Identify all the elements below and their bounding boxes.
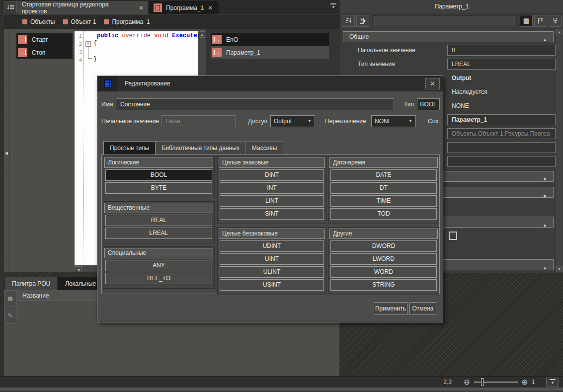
- dialog-close-button[interactable]: ✕: [425, 78, 440, 89]
- properties-filter-input[interactable]: [372, 15, 517, 26]
- type-button-dword[interactable]: DWORD: [330, 240, 437, 252]
- zoom-slider-handle[interactable]: [481, 378, 483, 386]
- close-icon[interactable]: ✕: [208, 4, 213, 11]
- scroll-down-button[interactable]: ▼: [556, 266, 563, 272]
- type-button-ulint[interactable]: ULINT: [220, 266, 324, 278]
- initial-value-label: Начальное значение: [101, 118, 159, 125]
- add-variable-button[interactable]: ⊕: [4, 290, 16, 307]
- cancel-button[interactable]: Отмена: [409, 302, 436, 315]
- prop-value-initial-value[interactable]: 0: [447, 45, 556, 56]
- name-input[interactable]: [116, 98, 394, 110]
- tab-simple-types[interactable]: Простые типы: [103, 141, 156, 155]
- dialog-title: Редактирование: [125, 80, 170, 87]
- category-view-button[interactable]: ▤: [520, 15, 533, 27]
- breadcrumb-item-object1[interactable]: Объект 1: [63, 18, 96, 25]
- pou-item-start[interactable]: → Старт: [16, 33, 73, 46]
- prop-label-initial-value: Начальное значение: [358, 47, 415, 54]
- chevron-down-icon[interactable]: ▼: [543, 174, 547, 184]
- statusbar-pin-button[interactable]: ▼: [546, 378, 559, 387]
- prop-value-value-type[interactable]: LREAL: [447, 59, 556, 70]
- chevron-down-icon: ▼: [308, 116, 312, 127]
- prop-value-name[interactable]: Параметр_1: [447, 114, 556, 125]
- type-column-1: Логические BOOL BYTE Вещественные REAL L…: [103, 156, 215, 289]
- zoom-slider[interactable]: [474, 382, 518, 383]
- group-header: Вещественные: [104, 203, 213, 213]
- group-header: Дата-время: [329, 157, 438, 168]
- chevron-up-icon[interactable]: ▲: [543, 263, 547, 273]
- prop-value-access[interactable]: Output: [452, 75, 471, 81]
- type-button-real[interactable]: REAL: [105, 215, 212, 226]
- type-button-lreal[interactable]: LREAL: [105, 228, 212, 239]
- close-icon[interactable]: ✕: [139, 4, 144, 11]
- pou-item-stop[interactable]: → Стоп: [16, 46, 73, 59]
- type-button-any[interactable]: ANY: [105, 260, 212, 271]
- list-view-icon: ▤: [523, 17, 529, 24]
- key-properties-button[interactable]: [549, 15, 562, 27]
- tab-pou-palette[interactable]: Палитра POU: [5, 277, 57, 290]
- chevron-up-icon[interactable]: ▲: [543, 35, 547, 45]
- tab-list-button[interactable]: [4, 1, 17, 13]
- type-button-udint[interactable]: UDINT: [220, 240, 324, 252]
- type-button-word[interactable]: WORD: [330, 266, 437, 278]
- type-button-lword[interactable]: LWORD: [330, 253, 437, 265]
- dialog-title-bar[interactable]: Редактирование ✕: [97, 76, 443, 91]
- group-logical: Логические BOOL BYTE: [103, 156, 215, 198]
- chevron-up-icon[interactable]: ▲: [543, 220, 547, 230]
- type-button-date[interactable]: DATE: [330, 169, 437, 181]
- type-button-int[interactable]: INT: [220, 182, 324, 194]
- chevron-up-icon[interactable]: ▲: [543, 190, 547, 200]
- parameter-item-eno[interactable]: → EnO: [211, 33, 329, 46]
- collapse-panel-handle[interactable]: ◀: [4, 151, 8, 156]
- grid-table-icon: [104, 79, 112, 87]
- group-header: Другие: [329, 229, 438, 239]
- chevron-down-icon: ▼: [408, 116, 412, 127]
- type-button-bool[interactable]: BOOL: [105, 169, 212, 181]
- type-button-time[interactable]: TIME: [330, 195, 437, 207]
- code-line-1[interactable]: public override void Execute(): [97, 32, 204, 39]
- prop-value-path[interactable]: Объекты.Объект 1.Ресурсы.Програ: [447, 128, 556, 139]
- type-button-dt[interactable]: DT: [330, 182, 437, 194]
- switch-dropdown[interactable]: NONE ▼: [371, 115, 416, 127]
- type-button-sint[interactable]: SINT: [220, 208, 324, 220]
- flag-properties-button[interactable]: [534, 15, 547, 27]
- type-button-dint[interactable]: DINT: [220, 169, 324, 181]
- type-button-string[interactable]: STRING: [330, 279, 437, 291]
- prop-value-inherited[interactable]: Наследуется: [452, 88, 487, 95]
- prop-value-empty-1[interactable]: [447, 142, 556, 153]
- tab-program-1[interactable]: Программа_1 ✕: [149, 1, 219, 14]
- type-button-tod[interactable]: TOD: [330, 208, 437, 220]
- code-line-4[interactable]: }: [93, 56, 97, 63]
- fold-marker[interactable]: −: [85, 41, 91, 47]
- breadcrumb-item-program1[interactable]: Программа_1: [104, 18, 150, 25]
- type-button-byte[interactable]: BYTE: [105, 182, 212, 194]
- access-dropdown[interactable]: Output ▼: [270, 115, 315, 127]
- type-button-lint[interactable]: LINT: [220, 195, 324, 207]
- scroll-up-button[interactable]: ▲: [556, 29, 563, 35]
- expand-properties-button[interactable]: [356, 15, 369, 27]
- prop-value-switch[interactable]: NONE: [452, 102, 469, 109]
- code-line-2[interactable]: {: [93, 40, 97, 47]
- tab-start-page[interactable]: Стартовая страница редактора проектов ✕: [17, 1, 148, 14]
- tab-arrays[interactable]: Массивы: [246, 141, 284, 155]
- zoom-in-button[interactable]: ⊕: [522, 378, 528, 387]
- parameter-item-parametr1[interactable]: → Параметр_1: [211, 46, 329, 59]
- tab-library-types[interactable]: Библиотечные типы данных: [156, 141, 245, 155]
- initial-value-input[interactable]: [161, 115, 236, 127]
- section-general[interactable]: Общие ▲: [343, 31, 554, 42]
- breadcrumb-item-objects[interactable]: Объекты: [22, 18, 55, 25]
- type-button-ref-to[interactable]: REF_TO: [105, 273, 212, 284]
- window-bottom-edge: [0, 388, 563, 392]
- type-button-usint[interactable]: USINT: [220, 279, 324, 291]
- tab-locals[interactable]: Локальные: [58, 277, 103, 290]
- prop-value-empty-2[interactable]: [447, 156, 556, 167]
- edit-variable-button[interactable]: ✎: [4, 307, 16, 324]
- pin-tabs-button[interactable]: ▼: [330, 3, 336, 10]
- property-checkbox[interactable]: [449, 232, 457, 240]
- zoom-out-button[interactable]: ⊖: [464, 378, 470, 387]
- properties-scrollbar[interactable]: ▲ ▼: [556, 29, 563, 272]
- cursor-coordinates: 2,2: [443, 379, 452, 386]
- apply-button[interactable]: Применить: [374, 302, 407, 315]
- scroll-up-button[interactable]: ▲: [199, 31, 205, 38]
- type-button-uint[interactable]: UINT: [220, 253, 324, 265]
- sort-properties-button[interactable]: [342, 15, 355, 27]
